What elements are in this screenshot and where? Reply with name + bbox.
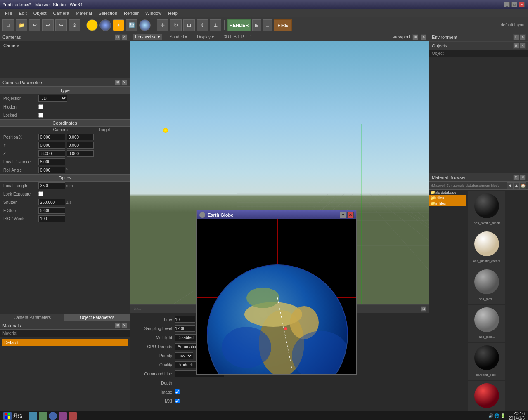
tool4-btn[interactable]: ⇕ [197, 19, 208, 31]
image-checkbox[interactable] [175, 389, 180, 394]
focal-distance-input[interactable] [38, 158, 65, 165]
cam-params-close-btn[interactable]: ✕ [121, 80, 127, 85]
render-button[interactable]: RENDER [227, 19, 251, 31]
move-btn[interactable]: ✛ [157, 19, 168, 31]
open-btn[interactable]: 📁 [16, 19, 27, 31]
coord-col-headers: Camera Target [0, 127, 130, 133]
priority-select[interactable]: Low [175, 352, 193, 359]
minimize-btn[interactable]: _ [504, 2, 510, 7]
materials-pin-btn[interactable]: ⊞ [115, 323, 121, 328]
render-mode-btn[interactable]: □ [263, 19, 272, 31]
light-btn[interactable]: ✦ [113, 19, 124, 31]
mat-thumb-abs-cream[interactable]: abs_plastic_cream [468, 229, 505, 267]
time-input[interactable] [175, 316, 195, 323]
mat-thumb-abs-grey2[interactable]: abs_plas... [468, 305, 505, 342]
menu-help[interactable]: Help [165, 10, 181, 17]
sphere-btn[interactable] [86, 19, 98, 31]
locked-checkbox[interactable] [38, 113, 43, 118]
render-pin-btn[interactable]: ⊞ [421, 306, 426, 312]
viewport-close-btn[interactable]: ✕ [421, 34, 426, 40]
viewport-pin-btn[interactable]: ⊞ [412, 34, 418, 40]
obj-params-tab[interactable]: Object Parameters [65, 314, 130, 321]
position-z-tgt-input[interactable] [67, 150, 94, 157]
earth-globe-help-btn[interactable]: ? [340, 212, 346, 218]
position-z-label: Z [3, 151, 38, 156]
mat-folder-als[interactable]: 📁 als database [429, 190, 466, 195]
settings-btn[interactable]: ⚙ [69, 19, 80, 31]
material-btn[interactable] [99, 19, 111, 31]
materials-close-btn[interactable]: ✕ [121, 323, 127, 328]
position-x-cam-input[interactable]: 0.000 [38, 134, 65, 140]
earth-globe-close-btn[interactable]: ✕ [347, 212, 354, 218]
ie-icon[interactable] [49, 412, 57, 420]
menu-edit[interactable]: Edit [16, 10, 30, 17]
menu-camera[interactable]: Camera [50, 10, 73, 17]
hidden-checkbox[interactable] [38, 104, 43, 109]
mat-back-btn[interactable]: ◀ [507, 182, 513, 189]
cam-params-pin-btn[interactable]: ⊞ [115, 80, 121, 85]
cameras-pin-btn[interactable]: ⊞ [115, 34, 121, 40]
rotate-btn[interactable]: ↻ [170, 19, 182, 31]
close-btn[interactable]: ✕ [519, 2, 525, 7]
display-tab[interactable]: Display ▾ [194, 34, 216, 40]
render-region-btn[interactable]: ⊞ [252, 19, 261, 31]
mat-thumb-abs-black[interactable]: abs_plastic_black [468, 191, 505, 229]
camera-btn[interactable]: 🔄 [126, 19, 137, 31]
cam-params-tab[interactable]: Camera Parameters [0, 314, 65, 321]
new-btn[interactable]: □ [2, 19, 14, 31]
fstop-input[interactable] [38, 207, 65, 214]
mat-browser-pin-btn[interactable]: ⊞ [513, 175, 519, 180]
start-button-area[interactable]: 开始 [3, 412, 22, 420]
projection-select[interactable]: 3D [38, 95, 67, 102]
lock-exposure-checkbox[interactable] [38, 191, 43, 196]
env-close-btn[interactable]: ✕ [520, 34, 526, 40]
focal-length-input[interactable] [38, 182, 65, 189]
mat-up-btn[interactable]: ▲ [513, 182, 520, 189]
maya-icon[interactable] [39, 412, 47, 420]
position-z-cam-input[interactable] [38, 150, 65, 157]
app-icon[interactable] [59, 412, 67, 420]
env-pin-btn[interactable]: ⊞ [513, 34, 519, 40]
position-x-tgt-input[interactable]: 0.000 [67, 134, 94, 140]
svg-rect-48 [8, 416, 10, 419]
mat-home-btn[interactable]: 🏠 [520, 182, 526, 189]
redo-btn[interactable]: ↪ [55, 19, 67, 31]
scale-btn[interactable]: ⊡ [183, 19, 195, 31]
mxi-checkbox[interactable] [175, 399, 180, 403]
objects-pin-btn[interactable]: ⊞ [513, 43, 519, 49]
menu-file[interactable]: File [2, 10, 16, 17]
env-btn[interactable] [139, 19, 151, 31]
menu-render[interactable]: Render [121, 10, 142, 17]
objects-close-btn[interactable]: ✕ [520, 43, 526, 49]
shaded-tab[interactable]: Shaded ▾ [167, 34, 189, 40]
mat-thumb-carpaint-black[interactable]: carpaint_black [468, 343, 505, 380]
mat-browser-close-btn[interactable]: ✕ [520, 175, 526, 180]
status-bar: 开始 🔊 🌐 🔋 20:16 2014/1/6 [0, 411, 528, 420]
menu-material[interactable]: Material [73, 10, 95, 17]
mat-thumb-abs-grey1[interactable]: abs_plas... [468, 267, 505, 304]
material-item-default[interactable]: Default [2, 339, 128, 346]
maxwell-icon[interactable] [69, 412, 77, 420]
shutter-input[interactable] [38, 199, 65, 205]
title-bar-controls: _ □ ✕ [504, 2, 525, 7]
perspective-tab[interactable]: Perspective ▾ [133, 34, 162, 40]
menu-window[interactable]: Window [142, 10, 165, 17]
position-y-cam-input[interactable] [38, 142, 65, 149]
view-modes-tab[interactable]: 3D F B L R T D [221, 34, 254, 40]
menu-object[interactable]: Object [30, 10, 50, 17]
save-btn[interactable]: ↩ [29, 19, 40, 31]
position-y-tgt-input[interactable] [67, 142, 94, 149]
cameras-close-btn[interactable]: ✕ [121, 34, 127, 40]
camera-item[interactable]: Camera [0, 41, 130, 50]
photoshop-icon[interactable] [29, 412, 37, 420]
tool5-btn[interactable]: ⊥ [210, 19, 221, 31]
maximize-btn[interactable]: □ [511, 2, 517, 7]
mat-folder-r[interactable]: 📁 r files [429, 195, 466, 201]
sampling-input[interactable] [175, 325, 195, 332]
menu-selection[interactable]: Selection [95, 10, 121, 17]
undo-btn[interactable]: ↩ [42, 19, 54, 31]
fire-button[interactable]: FIRE [274, 19, 292, 31]
mat-folder-m[interactable]: 📁 m files [429, 201, 466, 206]
iso-input[interactable] [38, 215, 65, 222]
roll-angle-input[interactable] [38, 167, 65, 173]
